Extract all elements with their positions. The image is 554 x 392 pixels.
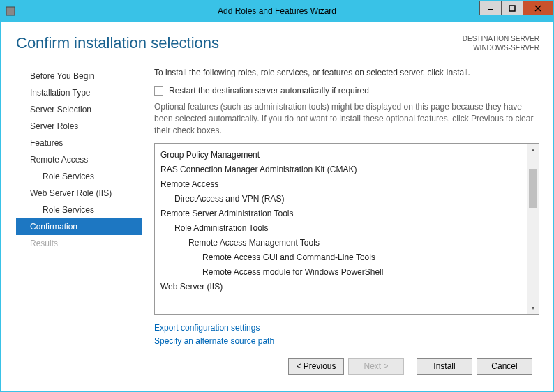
list-item: Group Policy Management [160,148,521,163]
alternate-source-link[interactable]: Specify an alternate source path [154,336,274,346]
main-panel: To install the following roles, role ser… [154,68,539,348]
scrollbar[interactable]: ▴ ▾ [527,144,539,313]
restart-checkbox-label: Restart the destination server automatic… [169,86,369,96]
list-item: Remote Access Management Tools [160,236,521,250]
features-listbox-inner: Group Policy ManagementRAS Connection Ma… [155,144,527,313]
window-controls [480,1,553,15]
destination-value: WINDOWS-SERVER [463,43,539,52]
restart-checkbox[interactable] [154,86,163,96]
scroll-down-button[interactable]: ▾ [527,302,539,314]
sidebar-item-server-roles[interactable]: Server Roles [16,118,142,135]
list-item: Remote Access [160,177,521,192]
destination-label: DESTINATION SERVER [463,34,539,43]
sidebar-item-role-services[interactable]: Role Services [16,168,142,185]
list-item: Remote Server Administration Tools [160,206,521,221]
list-item: Role Administration Tools [160,221,521,236]
restart-checkbox-row[interactable]: Restart the destination server automatic… [154,86,539,96]
optional-note: Optional features (such as administratio… [154,101,539,136]
destination-info: DESTINATION SERVER WINDOWS-SERVER [463,34,539,52]
window-title: Add Roles and Features Wizard [218,6,336,16]
previous-button[interactable]: < Previous [288,358,344,375]
svg-rect-0 [6,7,15,15]
titlebar[interactable]: Add Roles and Features Wizard [1,1,553,22]
sidebar-item-features[interactable]: Features [16,135,142,151]
svg-rect-2 [509,6,515,11]
sidebar-item-before-you-begin[interactable]: Before You Begin [16,68,142,84]
install-button[interactable]: Install [417,358,472,375]
list-item: RAS Connection Manager Administration Ki… [160,163,521,177]
features-listbox: Group Policy ManagementRAS Connection Ma… [154,143,539,314]
list-item: DirectAccess and VPN (RAS) [160,192,521,206]
scroll-track[interactable] [527,156,539,301]
sidebar-item-server-selection[interactable]: Server Selection [16,101,142,118]
minimize-button[interactable] [479,1,502,15]
columns: Before You BeginInstallation TypeServer … [16,68,539,348]
footer-buttons: < Previous Next > Install Cancel [16,348,539,384]
header-row: Confirm installation selections DESTINAT… [16,34,539,52]
export-config-link[interactable]: Export configuration settings [154,323,260,333]
list-item: Remote Access GUI and Command-Line Tools [160,250,521,265]
next-button: Next > [348,358,404,375]
page-title: Confirm installation selections [16,34,219,52]
sidebar-item-results: Results [16,235,142,252]
list-item: Remote Access module for Windows PowerSh… [160,265,521,280]
sidebar: Before You BeginInstallation TypeServer … [16,68,142,348]
sidebar-item-web-server-role-iis-[interactable]: Web Server Role (IIS) [16,185,142,202]
sidebar-item-role-services[interactable]: Role Services [16,202,142,218]
content-area: Confirm installation selections DESTINAT… [1,22,553,391]
list-item: Web Server (IIS) [160,280,521,294]
sidebar-item-confirmation[interactable]: Confirmation [16,218,142,235]
action-links: Export configuration settings Specify an… [154,322,539,348]
scroll-thumb[interactable] [529,169,537,208]
scroll-up-button[interactable]: ▴ [527,144,539,156]
sidebar-item-remote-access[interactable]: Remote Access [16,151,142,168]
instruction-text: To install the following roles, role ser… [154,68,539,77]
close-button[interactable] [523,1,553,15]
cancel-button[interactable]: Cancel [477,358,532,375]
app-icon [2,6,19,16]
sidebar-item-installation-type[interactable]: Installation Type [16,84,142,101]
maximize-button[interactable] [501,1,523,15]
